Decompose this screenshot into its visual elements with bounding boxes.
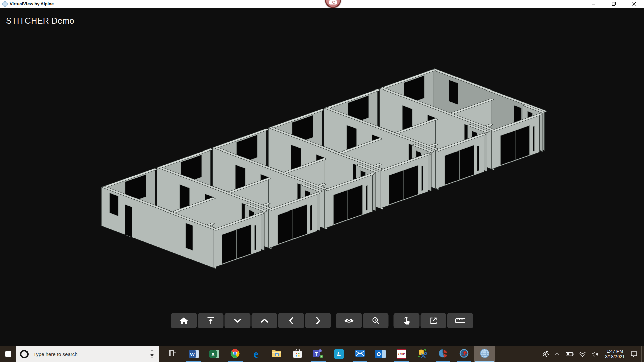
open-external-button[interactable] (421, 313, 446, 328)
teams-icon: T✓ (313, 349, 324, 359)
taskbar-app-excel[interactable]: X (204, 346, 225, 362)
elevation-top-icon (206, 316, 215, 325)
toolbar-group-navigation (171, 313, 331, 328)
pie-chart-icon (438, 349, 448, 359)
virtualview-window: VirtualView by Alpine (0, 0, 644, 362)
action-center-icon[interactable] (628, 346, 640, 362)
taskbar-app-mail[interactable] (350, 346, 370, 362)
file-explorer-icon (272, 349, 282, 359)
people-icon[interactable] (539, 346, 552, 362)
close-button[interactable] (624, 0, 644, 8)
touch-icon (402, 316, 411, 325)
arrow-left-button[interactable] (278, 313, 304, 328)
scene-title: STITCHER Demo (6, 16, 74, 26)
microphone-icon[interactable] (149, 350, 155, 358)
home-button[interactable] (171, 313, 197, 328)
taskbar-app-virtualview-globe[interactable] (474, 346, 495, 362)
search-placeholder: Type here to search (33, 351, 149, 357)
task-view-icon (169, 349, 177, 359)
cortana-icon (20, 350, 29, 358)
taskbar-app-edge[interactable]: e (246, 346, 266, 362)
arrow-right-button[interactable] (305, 313, 331, 328)
restore-icon (612, 2, 616, 6)
taskbar-app-teams[interactable]: T✓ (308, 346, 329, 362)
taskbar-clock[interactable]: 1:47 PM 3/18/2021 (602, 349, 628, 359)
volume-icon[interactable] (589, 346, 602, 362)
viewer-toolbar (171, 313, 473, 328)
show-desktop-strip[interactable] (641, 346, 644, 362)
touch-button[interactable] (394, 313, 420, 328)
clock-date: 3/18/2021 (605, 354, 625, 359)
chrome-icon (230, 349, 240, 359)
taskbar-app-db-tools[interactable] (412, 346, 433, 362)
taskbar-app-arrow-app[interactable] (453, 346, 474, 362)
arrow-down-button[interactable] (225, 313, 251, 328)
clock-time: 1:47 PM (605, 349, 625, 354)
taskbar-app-pie-chart[interactable] (433, 346, 453, 362)
eye-button[interactable] (336, 313, 362, 328)
taskbar-app-icons: WXeT✓LITW (162, 346, 495, 362)
ruler-icon (455, 318, 465, 324)
arrow-right-icon (316, 317, 320, 325)
taskbar-app-itw[interactable]: ITW (391, 346, 412, 362)
itw-icon: ITW (397, 349, 406, 359)
arrow-down-icon (233, 318, 241, 323)
toolbar-group-view (336, 313, 389, 328)
model-3d-view[interactable] (0, 8, 644, 346)
outlook-icon (375, 349, 386, 359)
taskbar-app-store[interactable] (287, 346, 308, 362)
eye-icon (344, 317, 354, 324)
arrow-left-icon (289, 317, 293, 325)
taskbar-app-outlook[interactable] (370, 346, 391, 362)
taskbar-app-chrome[interactable] (225, 346, 246, 362)
open-external-icon (429, 317, 437, 325)
taskbar-search[interactable]: Type here to search (16, 346, 159, 362)
mail-icon (355, 350, 365, 358)
taskbar-app-file-explorer[interactable] (266, 346, 287, 362)
arrow-app-icon (459, 349, 469, 359)
ruler-button[interactable] (447, 313, 473, 328)
store-icon (293, 349, 302, 359)
minimize-icon (592, 2, 596, 6)
edge-icon: e (254, 349, 259, 359)
close-icon (632, 2, 636, 6)
wifi-icon[interactable] (576, 346, 589, 362)
camera-icon (329, 0, 337, 5)
restore-button[interactable] (604, 0, 624, 8)
start-button[interactable] (0, 346, 16, 362)
taskbar-app-word[interactable]: W (183, 346, 204, 362)
virtualview-globe-icon (480, 348, 490, 360)
toolbar-group-tools (394, 313, 473, 328)
word-icon: W (189, 349, 199, 359)
app-l-icon: L (334, 349, 344, 359)
taskbar-app-task-view[interactable] (162, 346, 183, 362)
window-title: VirtualView by Alpine (10, 1, 54, 6)
home-icon (179, 317, 189, 325)
arrow-up-button[interactable] (252, 313, 277, 328)
arrow-up-icon (260, 318, 268, 323)
excel-icon: X (209, 349, 219, 359)
title-bar: VirtualView by Alpine (0, 0, 644, 8)
windows-taskbar: Type here to search WXeT✓LITW (0, 346, 644, 362)
elevation-top-button[interactable] (198, 313, 224, 328)
model-viewport[interactable]: STITCHER Demo (0, 8, 644, 346)
globe-app-icon (2, 1, 8, 7)
minimize-button[interactable] (584, 0, 604, 8)
battery-icon[interactable] (563, 346, 576, 362)
zoom-in-button[interactable] (363, 313, 389, 328)
hidden-icons-chevron[interactable] (552, 346, 563, 362)
system-tray: 1:47 PM 3/18/2021 (539, 346, 644, 362)
taskbar-app-app-l[interactable]: L (329, 346, 350, 362)
windows-logo-icon (5, 351, 11, 357)
zoom-in-icon (372, 317, 380, 325)
db-tools-icon (417, 349, 427, 359)
